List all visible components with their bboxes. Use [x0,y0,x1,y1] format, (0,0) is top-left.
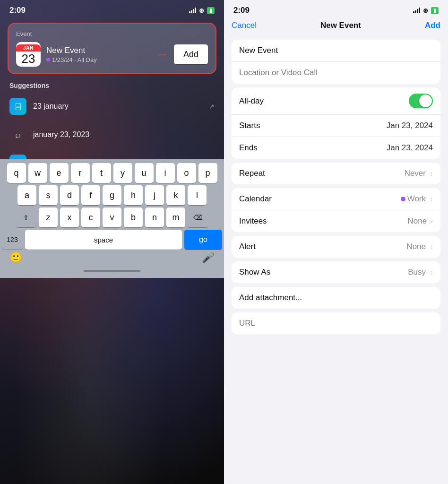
chevron-updown-icon: ↕ [430,268,433,276]
numbers-key[interactable]: 123 [2,230,23,250]
left-content: 2:09 ⊛ ▮ Event JAN 23 New Event [0,0,224,278]
shift-key[interactable]: ⇧ [16,207,36,227]
all-day-row: All-day [232,87,440,115]
event-date: 1/23/24 · All Day [46,56,149,63]
invitees-value: None > [408,216,433,226]
keyboard: q w e r t y u i o p a s d f g h j k [0,159,224,278]
status-bar-right: 2:09 ⊛ ▮ [224,0,448,19]
key-e[interactable]: e [50,163,69,183]
event-name-input[interactable] [239,46,433,55]
keyboard-row-2: a s d f g h j k l [2,185,222,205]
signal-bars [189,8,196,13]
battery-icon: ▮ [207,7,215,14]
event-suggestion-box: Event JAN 23 New Event 1/23/24 · All Day… [8,23,216,74]
emoji-icon[interactable]: 🙂 [9,251,22,264]
key-d[interactable]: d [60,185,79,205]
chevron-updown-icon: ↕ [430,195,433,203]
key-v[interactable]: v [103,207,121,227]
cal-month: JAN [16,44,41,52]
time-right: 2:09 [233,6,250,15]
key-f[interactable]: f [81,185,100,205]
key-c[interactable]: c [81,207,100,227]
delete-key[interactable]: ⌫ [188,207,208,227]
key-s[interactable]: s [39,185,58,205]
suggestion-text: 23 january [33,102,202,111]
event-suggestion-row: JAN 23 New Event 1/23/24 · All Day → Add [16,42,208,67]
add-button[interactable]: Add [425,21,440,30]
show-as-row[interactable]: Show As Busy ↕ [232,261,440,283]
repeat-value: Never ↕ [405,169,433,178]
signal-bars-right [413,8,420,13]
key-t[interactable]: t [92,163,111,183]
key-i[interactable]: i [156,163,175,183]
event-name-section [232,40,440,84]
location-input[interactable] [239,68,433,78]
calendar-value: Work ↕ [401,194,433,204]
go-key[interactable]: go [184,230,222,250]
list-item[interactable]: ⌸ 23 january ↗ [0,92,224,121]
key-r[interactable]: r [71,163,90,183]
key-o[interactable]: o [177,163,196,183]
form-scroll: All-day Starts Jan 23, 2024 Ends Jan 23,… [224,36,448,484]
show-as-section: Show As Busy ↕ [232,261,440,283]
key-z[interactable]: z [39,207,58,227]
key-m[interactable]: m [166,207,185,227]
mic-icon[interactable]: 🎤 [202,251,215,264]
all-day-label: All-day [239,96,264,106]
starts-row[interactable]: Starts Jan 23, 2024 [232,115,440,137]
invitees-row[interactable]: Invitees None > [232,210,440,232]
repeat-label: Repeat [239,169,265,178]
ends-row[interactable]: Ends Jan 23, 2024 [232,137,440,159]
calendar-section: Calendar Work ↕ Invitees None > [232,188,440,232]
key-w[interactable]: w [28,163,47,183]
keyboard-row-3: ⇧ z x c v b n m ⌫ [2,207,222,227]
add-attachment-row[interactable]: Add attachment... [232,287,440,309]
key-q[interactable]: q [7,163,26,183]
cancel-button[interactable]: Cancel [232,21,257,30]
home-bar-area [2,266,222,276]
event-name-row [232,40,440,62]
add-event-button[interactable]: Add [174,44,208,64]
status-icons-left: ⊛ ▮ [189,7,215,14]
key-b[interactable]: b [124,207,143,227]
alert-label: Alert [239,242,256,251]
starts-label: Starts [239,121,260,130]
keyboard-bottom-row: 123 space go [2,230,222,250]
safari-icon: ⌸ [9,98,26,115]
time-section: All-day Starts Jan 23, 2024 Ends Jan 23,… [232,87,440,159]
external-link-icon: ↗ [209,103,215,110]
nav-bar: Cancel New Event Add [224,19,448,36]
chevron-updown-icon: ↕ [430,170,433,177]
status-icons-right: ⊛ ▮ [413,7,439,14]
wifi-icon: ⊛ [199,7,204,14]
key-a[interactable]: a [17,185,36,205]
url-section [232,312,440,334]
location-row [232,62,440,84]
chevron-updown-icon: ↕ [430,243,433,251]
key-x[interactable]: x [60,207,79,227]
key-k[interactable]: k [166,185,185,205]
alert-row[interactable]: Alert None ↕ [232,236,440,258]
key-g[interactable]: g [103,185,121,205]
home-indicator [84,270,140,272]
key-y[interactable]: y [113,163,132,183]
right-panel: 2:09 ⊛ ▮ Cancel New Event Add [224,0,448,484]
calendar-row[interactable]: Calendar Work ↕ [232,188,440,210]
all-day-toggle[interactable] [409,94,433,108]
key-l[interactable]: l [188,185,207,205]
url-input[interactable] [239,319,433,328]
space-key[interactable]: space [25,230,182,250]
repeat-row[interactable]: Repeat Never ↕ [232,163,440,184]
key-p[interactable]: p [198,163,217,183]
starts-value: Jan 23, 2024 [387,121,433,130]
key-h[interactable]: h [124,185,143,205]
suggestion-text: january 23, 2023 [33,130,215,139]
key-u[interactable]: u [135,163,154,183]
calendar-label: Calendar [239,194,272,204]
event-info: New Event 1/23/24 · All Day [46,46,149,63]
key-j[interactable]: j [145,185,164,205]
search-icon: ⌕ [9,126,26,143]
wifi-icon-right: ⊛ [423,7,428,14]
list-item[interactable]: ⌕ january 23, 2023 [0,121,224,149]
key-n[interactable]: n [145,207,164,227]
